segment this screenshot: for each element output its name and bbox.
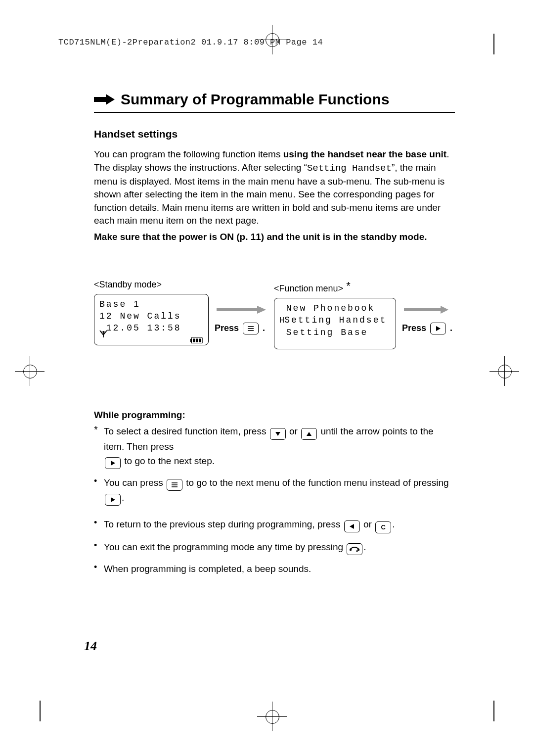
t: . <box>363 542 366 552</box>
note-item: • To return to the previous step during … <box>94 518 455 533</box>
crop-mark-icon <box>40 701 41 721</box>
lcd-line: HSetting Handset <box>279 314 391 327</box>
menu-button-icon <box>167 479 182 491</box>
battery-icon <box>190 335 203 341</box>
svg-marker-18 <box>111 461 115 466</box>
intro-paragraph: You can program the following function i… <box>94 148 455 228</box>
t: . <box>392 519 395 529</box>
t: . <box>122 492 124 503</box>
notes-section: While programming: * To select a desired… <box>94 409 455 576</box>
note-text: To return to the previous step during pr… <box>104 518 455 533</box>
intro-warning: Make sure that the power is ON (p. 11) a… <box>94 231 455 244</box>
standby-column: <Standby mode> Base 1 12 New Calls 12.05… <box>94 279 209 345</box>
arrow-right-solid-icon <box>94 94 115 105</box>
section-title-row: Summary of Programmable Functions <box>94 89 455 113</box>
right-button-icon <box>105 494 121 506</box>
svg-point-27 <box>357 551 357 551</box>
svg-rect-13 <box>404 308 441 311</box>
t: You can exit the programming mode any ti… <box>104 542 346 552</box>
svg-rect-24 <box>350 549 352 551</box>
notes-heading: While programming: <box>94 409 455 422</box>
c-button-icon: C <box>375 521 391 533</box>
bullet-icon: • <box>94 540 101 551</box>
note-text: You can exit the programming mode any ti… <box>104 540 455 555</box>
svg-marker-17 <box>307 432 312 436</box>
press-instruction: Press . <box>215 322 266 334</box>
svg-rect-4 <box>190 339 192 342</box>
page-content: Summary of Programmable Functions Handse… <box>94 89 455 583</box>
registration-mark-icon <box>257 702 287 731</box>
svg-rect-25 <box>357 549 359 551</box>
t: To select a desired function item, press <box>104 426 269 436</box>
note-text: You can press to go to the next menu of … <box>104 476 455 506</box>
page-number: 14 <box>84 637 97 655</box>
intro-bold: using the handset near the base unit <box>283 149 446 159</box>
up-button-icon <box>301 428 317 440</box>
t: or <box>289 426 300 436</box>
svg-rect-6 <box>196 338 198 342</box>
bullet-icon: • <box>94 562 101 573</box>
hangup-button-icon <box>347 543 362 555</box>
bullet-icon: • <box>94 518 101 528</box>
svg-marker-23 <box>350 524 354 529</box>
svg-marker-14 <box>441 306 448 314</box>
intro-mono: Setting Handset <box>307 163 392 174</box>
right-button-icon <box>430 323 446 334</box>
svg-marker-22 <box>111 497 115 502</box>
registration-mark-icon <box>490 356 519 386</box>
function-label-text: <Function menu> <box>274 284 343 293</box>
svg-marker-15 <box>436 326 441 331</box>
function-label: <Function menu> * <box>274 279 396 295</box>
t: or <box>363 519 374 529</box>
press-label: Press <box>215 322 239 334</box>
subsection-title: Handset settings <box>94 127 455 141</box>
svg-marker-0 <box>94 94 115 105</box>
svg-rect-7 <box>199 338 201 342</box>
note-item: • When programming is completed, a beep … <box>94 562 455 576</box>
lcd-text: Setting Handset <box>284 315 387 325</box>
lcd-line: New Phonebook <box>279 302 391 314</box>
print-header: TCD715NLM(E)-2Preparation2 01.9.17 8:09 … <box>58 37 323 48</box>
lcd-line: 12 New Calls <box>99 310 203 322</box>
function-column: <Function menu> * New Phonebook HSetting… <box>274 279 396 349</box>
flow-arrow-icon <box>404 304 448 318</box>
antenna-icon <box>99 330 107 342</box>
right-button-icon <box>105 457 121 469</box>
screens-row: <Standby mode> Base 1 12 New Calls 12.05… <box>94 279 455 349</box>
t: to go to the next menu of the function m… <box>186 477 448 488</box>
standby-label: <Standby mode> <box>94 279 209 291</box>
standby-screen: Base 1 12 New Calls 12.05 13:58 <box>94 294 209 345</box>
flow-arrow-icon <box>217 304 266 318</box>
t: to go to the next step. <box>124 456 215 466</box>
intro-text: You can program the following function i… <box>94 149 283 159</box>
function-screen: New Phonebook HSetting Handset Setting B… <box>274 298 396 349</box>
t: To return to the previous step during pr… <box>104 519 343 529</box>
footnote-star-icon: * <box>94 425 101 434</box>
registration-mark-icon <box>15 356 44 386</box>
pointer-icon: H <box>279 316 284 325</box>
t: You can press <box>104 477 166 488</box>
note-item: • You can press to go to the next menu o… <box>94 476 455 506</box>
note-text: To select a desired function item, press… <box>104 425 455 469</box>
note-item: • You can exit the programming mode any … <box>94 540 455 555</box>
svg-rect-8 <box>217 308 257 311</box>
bullet-icon: • <box>94 476 101 487</box>
note-item: * To select a desired function item, pre… <box>94 425 455 469</box>
menu-button-icon <box>243 323 259 334</box>
svg-marker-16 <box>275 432 280 436</box>
lcd-line: Base 1 <box>99 298 203 310</box>
crop-mark-icon <box>493 34 494 54</box>
left-button-icon <box>344 520 360 532</box>
lcd-line: 12.05 13:58 <box>99 322 203 334</box>
down-button-icon <box>270 428 286 440</box>
note-text: When programming is completed, a beep so… <box>104 562 455 576</box>
flow-column: Press . <box>404 279 452 335</box>
press-label: Press <box>402 322 426 334</box>
svg-rect-5 <box>193 338 195 342</box>
flow-column: Press . <box>217 279 266 335</box>
lcd-line: Setting Base <box>279 327 391 338</box>
crop-mark-icon <box>493 701 494 721</box>
press-instruction: Press . <box>402 322 452 334</box>
svg-marker-9 <box>257 306 266 314</box>
section-title: Summary of Programmable Functions <box>121 89 389 110</box>
